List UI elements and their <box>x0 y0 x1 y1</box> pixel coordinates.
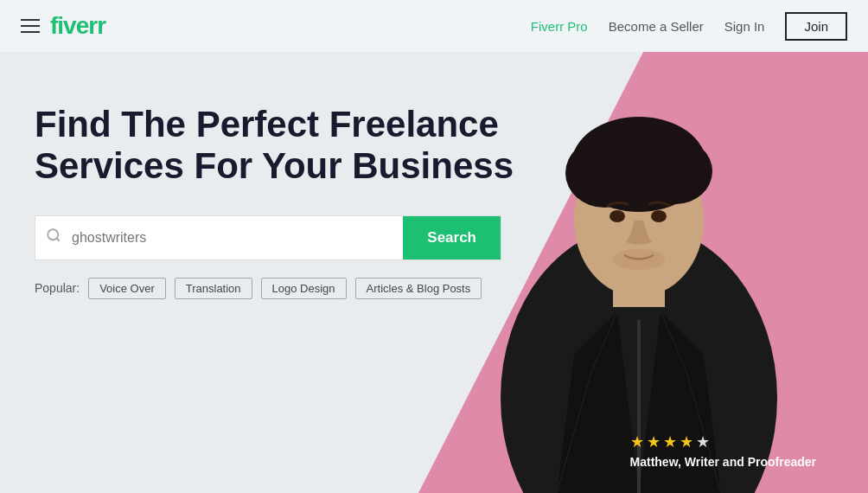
svg-line-13 <box>56 239 59 241</box>
search-input[interactable] <box>72 230 403 246</box>
hero-title-line1: Find The Perfect Freelance <box>35 104 499 144</box>
hero-content: Find The Perfect Freelance Services For … <box>35 104 514 299</box>
tag-logo-design[interactable]: Logo Design <box>261 278 347 299</box>
svg-point-12 <box>48 229 58 240</box>
star-4: ★ <box>680 432 693 451</box>
popular-label: Popular: <box>35 281 80 295</box>
hero-title: Find The Perfect Freelance Services For … <box>35 104 514 188</box>
nav-become-seller[interactable]: Become a Seller <box>609 19 704 34</box>
star-2: ★ <box>647 432 661 451</box>
search-button[interactable]: Search <box>403 215 501 260</box>
svg-point-7 <box>587 121 691 182</box>
search-icon <box>35 227 72 247</box>
star-5: ★ <box>696 432 710 451</box>
star-3: ★ <box>663 432 677 451</box>
logo[interactable]: fiverr <box>50 12 105 40</box>
navbar-left: fiverr <box>21 12 105 40</box>
star-rating: ★ ★ ★ ★ ★ <box>630 432 710 451</box>
hero-section: Find The Perfect Freelance Services For … <box>0 52 868 493</box>
svg-point-8 <box>610 210 625 222</box>
nav-sign-in[interactable]: Sign In <box>724 19 765 34</box>
tag-articles[interactable]: Articles & Blog Posts <box>355 278 482 299</box>
svg-point-10 <box>613 249 665 270</box>
popular-row: Popular: Voice Over Translation Logo Des… <box>35 278 514 299</box>
hero-title-line2: Services For Your Business <box>35 145 514 186</box>
svg-point-9 <box>651 210 667 222</box>
user-badge: ★ ★ ★ ★ ★ Matthew, Writer and Proofreade… <box>630 432 816 469</box>
user-name: Matthew, Writer and Proofreader <box>630 455 816 469</box>
tag-translation[interactable]: Translation <box>175 278 252 299</box>
navbar-right: Fiverr Pro Become a Seller Sign In Join <box>531 12 847 41</box>
logo-text: fiverr <box>50 12 105 39</box>
search-bar: Search <box>35 215 501 260</box>
star-1: ★ <box>630 432 644 451</box>
join-button[interactable]: Join <box>785 12 847 41</box>
tag-voice-over[interactable]: Voice Over <box>88 278 166 299</box>
hamburger-menu[interactable] <box>21 19 40 33</box>
navbar: fiverr Fiverr Pro Become a Seller Sign I… <box>0 0 868 52</box>
nav-fiverr-pro[interactable]: Fiverr Pro <box>531 19 588 34</box>
